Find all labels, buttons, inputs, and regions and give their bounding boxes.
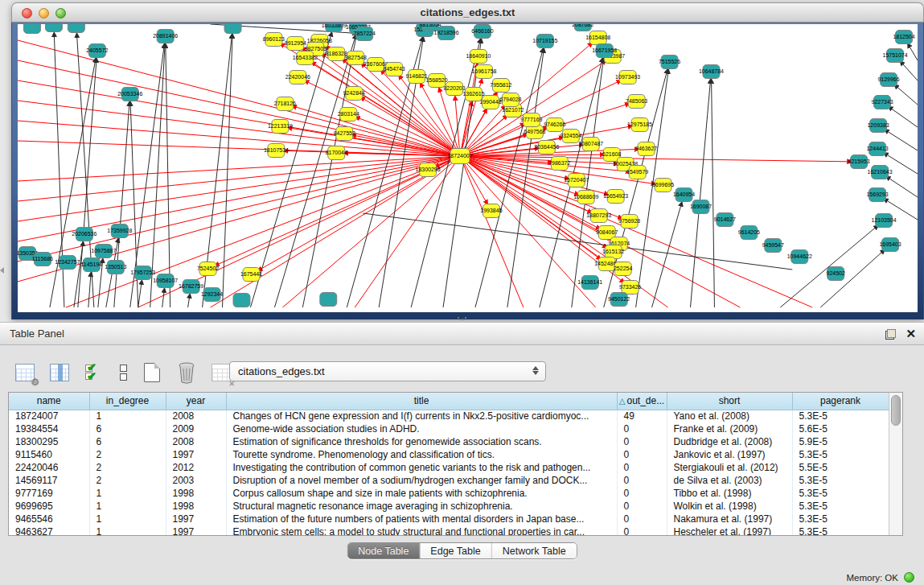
network-node[interactable]: 9746266 xyxy=(544,118,565,132)
network-node[interactable]: 1812504 xyxy=(893,31,914,44)
network-node[interactable]: 15751074 xyxy=(883,49,908,63)
network-node[interactable] xyxy=(68,24,84,33)
network-node[interactable]: 1115686 xyxy=(32,253,53,266)
network-node[interactable] xyxy=(233,294,250,307)
row-height-icon[interactable] xyxy=(117,360,129,385)
network-node[interactable]: 1209383 xyxy=(867,119,889,133)
window-titlebar[interactable]: citations_edges.txt xyxy=(11,2,924,23)
column-header-year[interactable]: year xyxy=(166,393,226,410)
network-node[interactable]: 18807293 xyxy=(586,209,611,223)
network-node[interactable]: 16210643 xyxy=(868,166,893,179)
minimize-window-button[interactable] xyxy=(39,8,49,19)
network-node[interactable]: 9129966 xyxy=(877,73,899,87)
network-node[interactable]: 1549579 xyxy=(626,166,648,179)
column-header-out_de[interactable]: △out_de... xyxy=(617,393,667,410)
network-node[interactable]: 10719155 xyxy=(532,35,557,48)
network-node[interactable]: 9324554 xyxy=(560,130,581,143)
network-node[interactable]: 10648784 xyxy=(699,65,724,79)
network-node[interactable]: 252254 xyxy=(614,262,632,276)
network-node[interactable]: 8912954 xyxy=(285,37,306,51)
network-canvas[interactable]: 8960123891295418226058982750316543382818… xyxy=(18,24,918,312)
network-node[interactable]: 1990448 xyxy=(479,96,501,109)
tab-network-table[interactable]: Network Table xyxy=(492,543,577,558)
table-row[interactable]: 2242004622012Investigating the contribut… xyxy=(9,461,889,474)
new-column-icon[interactable] xyxy=(140,360,164,385)
network-node[interactable]: 20053346 xyxy=(117,88,142,101)
network-node[interactable]: 1292344 xyxy=(201,288,223,302)
table-row[interactable]: 1456911722003Disruption of a novel membe… xyxy=(9,474,889,487)
network-node[interactable]: 9756928 xyxy=(618,215,640,229)
network-node[interactable]: 8170044 xyxy=(326,146,347,160)
network-node[interactable]: 15654923 xyxy=(603,190,628,204)
column-header-short[interactable]: short xyxy=(667,393,792,410)
table-row[interactable]: 1830029562008Estimation of significance … xyxy=(9,435,889,448)
network-node[interactable]: 7524502 xyxy=(197,262,219,276)
network-node[interactable] xyxy=(23,24,40,34)
network-node[interactable]: 9614205 xyxy=(738,226,760,240)
network-node[interactable]: 7857224 xyxy=(354,27,376,41)
column-header-in_degree[interactable]: in_degree xyxy=(89,393,166,410)
network-node[interactable]: 1640954 xyxy=(673,188,695,202)
network-node[interactable]: 9777169 xyxy=(520,113,542,127)
network-node[interactable]: 2087682 xyxy=(572,24,593,31)
close-window-button[interactable] xyxy=(22,8,32,19)
network-node[interactable] xyxy=(224,24,241,34)
network-node[interactable]: 22420046 xyxy=(285,71,310,84)
network-node[interactable]: 1993845 xyxy=(480,204,502,218)
network-node[interactable]: 1690087 xyxy=(690,200,712,214)
table-scrollbar[interactable] xyxy=(889,393,902,535)
network-node[interactable]: 6466160 xyxy=(471,25,493,39)
table-mode-icon[interactable]: ⚙ xyxy=(13,360,37,385)
delete-column-icon[interactable] xyxy=(175,360,199,385)
network-node[interactable]: 6497568 xyxy=(524,126,545,139)
table-row[interactable]: 969969511998Structural magnetic resonanc… xyxy=(9,500,889,513)
network-node[interactable]: 1695403 xyxy=(879,238,901,252)
control-panel-collapse-icon[interactable] xyxy=(0,267,4,274)
network-node[interactable]: 7986372 xyxy=(548,157,570,171)
table-row[interactable]: 911546021997Tourette syndrome. Phenomeno… xyxy=(9,448,889,461)
network-node[interactable]: 16782759 xyxy=(179,280,203,294)
network-hub-node[interactable]: 18724007 xyxy=(447,149,472,164)
network-node[interactable]: 18640910 xyxy=(466,50,491,64)
network-node[interactable]: 10973493 xyxy=(615,71,640,84)
network-node[interactable]: 9459547 xyxy=(762,239,784,253)
network-node[interactable]: 18107534 xyxy=(264,144,289,158)
network-node[interactable]: 17359928 xyxy=(107,225,132,238)
panel-splitter-handle[interactable] xyxy=(456,316,467,321)
network-node[interactable]: 9733426 xyxy=(619,281,641,295)
network-node[interactable]: 20891406 xyxy=(153,30,178,43)
network-node[interactable]: 9014627 xyxy=(714,213,736,227)
table-row[interactable]: 946554611997Estimation of the future num… xyxy=(9,513,889,525)
network-node[interactable]: 9227343 xyxy=(871,96,893,109)
network-node[interactable]: 1244413 xyxy=(866,142,888,156)
network-node[interactable]: 1615132 xyxy=(602,245,624,259)
table-row[interactable]: 1938455462009Genome-wide association stu… xyxy=(9,422,889,435)
network-node[interactable]: 2803144 xyxy=(338,108,359,122)
network-node[interactable]: 8960123 xyxy=(263,33,285,47)
network-node[interactable]: 12103504 xyxy=(872,214,897,228)
table-row[interactable]: 946362711997Embryonic stem cells: a mode… xyxy=(9,525,889,536)
network-node[interactable]: 14136141 xyxy=(577,276,602,290)
network-node[interactable]: 8215953 xyxy=(848,155,870,169)
close-panel-icon[interactable]: ✕ xyxy=(906,328,916,340)
select-rows-icon[interactable]: ✔ ✔ xyxy=(82,360,106,385)
network-table-selector[interactable]: citations_edges.txt xyxy=(229,361,546,381)
zoom-window-button[interactable] xyxy=(55,8,66,19)
float-panel-icon[interactable] xyxy=(885,329,896,340)
column-header-title[interactable]: title xyxy=(226,393,617,410)
network-node[interactable]: 1362615 xyxy=(462,88,484,101)
network-node[interactable]: 8427552 xyxy=(334,127,355,141)
network-node[interactable]: 6794028 xyxy=(499,93,521,107)
memory-status-icon[interactable] xyxy=(904,572,914,583)
network-node[interactable] xyxy=(45,24,62,32)
network-node[interactable]: 10958107 xyxy=(153,274,178,288)
network-node[interactable]: 9463627 xyxy=(635,142,657,156)
network-node[interactable]: 9146821 xyxy=(406,70,428,84)
column-visibility-icon[interactable] xyxy=(47,360,72,385)
network-node[interactable]: 1145194 xyxy=(81,258,103,272)
network-node[interactable]: 1675441 xyxy=(240,268,262,282)
tab-node-table[interactable]: Node Table xyxy=(347,543,420,558)
column-header-pagerank[interactable]: pagerank xyxy=(792,393,889,410)
network-node[interactable]: 9699695 xyxy=(652,179,674,192)
network-node[interactable]: 2405572 xyxy=(86,44,108,58)
